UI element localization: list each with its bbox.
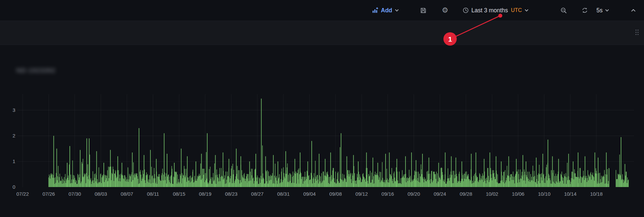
- svg-text:08/31: 08/31: [277, 191, 290, 197]
- timezone-label: UTC: [511, 7, 522, 13]
- svg-text:10/18: 10/18: [590, 191, 603, 197]
- save-icon: [420, 7, 427, 14]
- collapse-controls-button[interactable]: [630, 0, 637, 21]
- panel-header-row: [0, 21, 644, 45]
- zoom-out-button[interactable]: [560, 0, 567, 21]
- clock-icon: [462, 7, 469, 14]
- svg-text:08/03: 08/03: [94, 191, 107, 197]
- chevron-down-icon: [524, 8, 529, 13]
- bar-chart-add-icon: [372, 7, 379, 14]
- time-range-label: Last 3 months: [471, 7, 508, 14]
- chevron-down-icon: [605, 8, 609, 13]
- svg-text:09/12: 09/12: [355, 191, 368, 197]
- time-range-picker[interactable]: Last 3 months UTC: [462, 0, 529, 21]
- svg-text:3: 3: [13, 107, 15, 113]
- svg-text:10/14: 10/14: [564, 191, 577, 197]
- svg-text:08/19: 08/19: [199, 191, 212, 197]
- svg-text:08/23: 08/23: [225, 191, 238, 197]
- svg-text:09/04: 09/04: [303, 191, 316, 197]
- gear-icon: ⚙: [442, 7, 448, 14]
- svg-text:09/08: 09/08: [329, 191, 342, 197]
- svg-text:1: 1: [13, 158, 15, 164]
- svg-text:08/15: 08/15: [173, 191, 186, 197]
- svg-text:09/16: 09/16: [382, 191, 394, 197]
- add-button[interactable]: Add: [372, 0, 399, 21]
- svg-text:08/27: 08/27: [251, 191, 264, 197]
- svg-text:08/07: 08/07: [121, 191, 133, 197]
- svg-text:2: 2: [13, 133, 15, 138]
- svg-text:10/02: 10/02: [486, 191, 498, 197]
- refresh-icon: [581, 7, 588, 14]
- svg-text:09/24: 09/24: [434, 191, 446, 197]
- refresh-interval-dropdown[interactable]: 5s: [596, 0, 609, 21]
- zoom-out-icon: [560, 7, 567, 14]
- svg-text:08/11: 08/11: [147, 191, 159, 197]
- svg-text:09/20: 09/20: [407, 191, 420, 197]
- svg-text:07/22: 07/22: [16, 191, 29, 197]
- svg-text:10/06: 10/06: [512, 191, 525, 197]
- svg-text:10/10: 10/10: [538, 191, 551, 197]
- refresh-button[interactable]: [581, 0, 588, 21]
- svg-text:07/26: 07/26: [43, 191, 55, 197]
- dashboard-settings-button[interactable]: ⚙: [442, 0, 448, 21]
- panel-drag-handle[interactable]: [635, 29, 639, 37]
- refresh-interval-label: 5s: [596, 7, 602, 14]
- dashboard-toolbar: Add ⚙ Last 3 months UTC: [0, 0, 644, 21]
- svg-text:07/30: 07/30: [69, 191, 81, 197]
- chevron-down-icon: [395, 8, 399, 13]
- chevron-up-icon: [630, 7, 637, 14]
- svg-text:09/28: 09/28: [460, 191, 472, 197]
- add-button-label: Add: [381, 7, 392, 14]
- svg-text:0: 0: [13, 184, 15, 190]
- drag-dots-icon: [635, 29, 639, 36]
- save-dashboard-button[interactable]: [420, 0, 427, 21]
